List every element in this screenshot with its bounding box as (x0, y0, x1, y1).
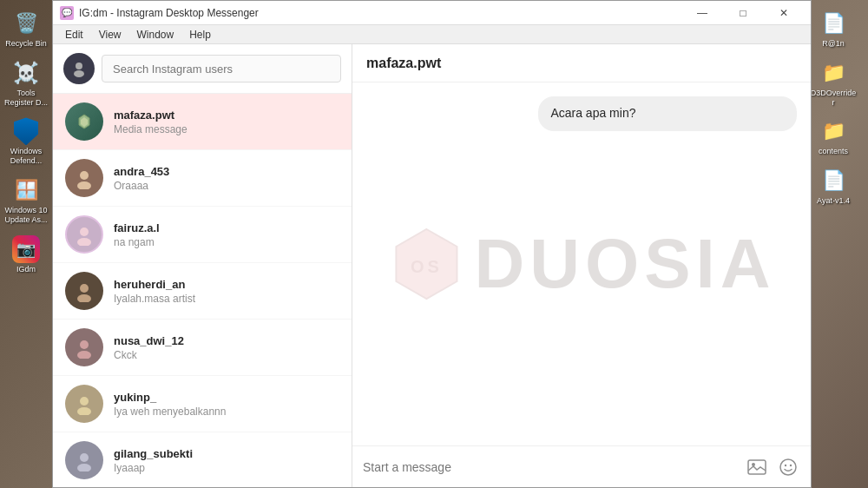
menu-edit[interactable]: Edit (58, 27, 90, 43)
svg-point-1 (74, 70, 84, 77)
close-button[interactable]: ✕ (764, 1, 804, 25)
image-attach-button[interactable] (745, 455, 769, 479)
conv-name-heru: heruherdi_an (114, 278, 339, 291)
defender-icon (10, 115, 42, 147)
tools-icon: ☠️ (10, 57, 42, 89)
emoji-button[interactable] (776, 455, 800, 479)
svg-marker-16 (396, 229, 457, 299)
igdm-label: IGdm (16, 265, 36, 274)
desktop-icons-left: 🗑️ Recycle Bin ☠️ Tools Register D... Wi… (0, 0, 52, 488)
svg-point-3 (77, 181, 91, 189)
conv-avatar-heru (65, 272, 103, 310)
conv-name-fairuz: fairuz.a.l (114, 221, 339, 234)
desktop-icon-r1n[interactable]: 📄 R@1n (808, 4, 858, 52)
conv-item-heru[interactable]: heruherdi_an Iyalah.masa artist (53, 263, 352, 320)
right-panel: mafaza.pwt OS DUOSIA Acara apa min? (352, 44, 811, 487)
defender-label: Windows Defend... (3, 147, 49, 166)
svg-point-13 (77, 464, 91, 472)
recycle-bin-icon: 🗑️ (10, 8, 42, 39)
svg-point-20 (780, 459, 796, 475)
svg-point-12 (80, 453, 89, 462)
svg-point-4 (80, 228, 89, 236)
recycle-bin-label: Recycle Bin (5, 39, 47, 49)
search-input[interactable] (102, 55, 341, 82)
main-content: mafaza.pwt Media message (53, 44, 811, 487)
conv-item-nusa[interactable]: nusa_dwi_12 Ckck (53, 320, 352, 376)
desktop-icon-recycle-bin[interactable]: 🗑️ Recycle Bin (1, 4, 51, 52)
contents-icon: 📁 (818, 115, 849, 147)
r1n-icon: 📄 (818, 8, 849, 39)
user-avatar (63, 53, 95, 84)
ayat-label: Ayat-v1.4 (817, 196, 850, 206)
svg-point-21 (785, 464, 786, 465)
app-window: 💬 IG:dm - Instagram Desktop Messenger — … (52, 0, 812, 488)
minimize-button[interactable]: — (682, 1, 722, 25)
message-input[interactable] (363, 460, 738, 474)
conv-info-mafaza: mafaza.pwt Media message (114, 109, 339, 135)
conv-item-andra[interactable]: andra_453 Oraaaa (53, 150, 352, 207)
conv-preview-fairuz: na ngam (114, 236, 339, 248)
svg-point-8 (80, 340, 89, 349)
menu-view[interactable]: View (92, 27, 128, 43)
conv-info-heru: heruherdi_an Iyalah.masa artist (114, 278, 339, 305)
svg-point-22 (790, 464, 792, 465)
conv-info-andra: andra_453 Oraaaa (114, 165, 339, 192)
desktop-icon-windows-update[interactable]: 🪟 Windows 10 Update As... (1, 171, 51, 228)
conv-name-yukin: yukinp_ (114, 391, 339, 404)
conv-preview-heru: Iyalah.masa artist (114, 293, 339, 305)
conv-info-yukin: yukinp_ Iya weh menyebalkannn (114, 391, 339, 418)
left-panel: mafaza.pwt Media message (53, 44, 352, 487)
conv-avatar-mafaza (65, 102, 103, 141)
conv-preview-yukin: Iya weh menyebalkannn (114, 406, 339, 418)
d3d-icon: 📁 (818, 57, 849, 89)
conv-item-yukin[interactable]: yukinp_ Iya weh menyebalkannn (53, 376, 352, 432)
desktop-icon-ayat[interactable]: 📄 Ayat-v1.4 (808, 162, 858, 209)
title-bar: 💬 IG:dm - Instagram Desktop Messenger — … (53, 1, 811, 25)
menu-help[interactable]: Help (182, 27, 218, 43)
tools-label: Tools Register D... (3, 89, 49, 108)
conv-info-fairuz: fairuz.a.l na ngam (114, 221, 339, 248)
conv-name-gilang: gilang_subekti (114, 447, 339, 460)
desktop-icon-igdm[interactable]: 📷 IGdm (1, 230, 51, 278)
conv-info-gilang: gilang_subekti Iyaaap (114, 447, 339, 474)
conversation-list: mafaza.pwt Media message (53, 94, 352, 487)
message-input-area (352, 445, 811, 487)
chat-title: mafaza.pwt (366, 56, 441, 71)
desktop-icon-contents[interactable]: 📁 contents (808, 112, 858, 160)
conv-item-fairuz[interactable]: fairuz.a.l na ngam (53, 207, 352, 263)
conv-item-gilang[interactable]: gilang_subekti Iyaaap (53, 432, 352, 487)
conv-name-nusa: nusa_dwi_12 (114, 334, 339, 347)
windows-update-label: Windows 10 Update As... (3, 206, 49, 225)
d3d-label: D3DOverrider (810, 89, 857, 108)
svg-point-6 (80, 284, 89, 293)
conv-preview-gilang: Iyaaap (114, 462, 339, 474)
svg-point-2 (80, 171, 89, 180)
menu-bar: Edit View Window Help (53, 25, 811, 44)
window-controls: — □ ✕ (682, 1, 804, 25)
conv-info-nusa: nusa_dwi_12 Ckck (114, 334, 339, 361)
svg-point-5 (77, 238, 91, 246)
conv-avatar-nusa (65, 328, 103, 366)
conv-name-mafaza: mafaza.pwt (114, 109, 339, 122)
igdm-icon: 📷 (10, 234, 42, 265)
watermark-text: DUOSIA (474, 224, 775, 304)
desktop-icon-tools[interactable]: ☠️ Tools Register D... (1, 54, 51, 111)
svg-point-0 (76, 63, 82, 69)
svg-rect-18 (748, 460, 766, 474)
maximize-button[interactable]: □ (723, 1, 763, 25)
conv-avatar-gilang (65, 441, 103, 479)
desktop-icon-defender[interactable]: Windows Defend... (1, 112, 51, 169)
message-bubble-sent: Acara apa min? (538, 96, 797, 131)
desktop-icon-d3d[interactable]: 📁 D3DOverrider (808, 54, 858, 111)
r1n-label: R@1n (822, 39, 845, 49)
conv-avatar-fairuz (65, 215, 103, 254)
svg-point-10 (80, 397, 89, 406)
search-container (53, 44, 352, 94)
conv-name-andra: andra_453 (114, 165, 339, 178)
menu-window[interactable]: Window (129, 27, 181, 43)
svg-point-9 (77, 351, 91, 359)
svg-point-11 (77, 407, 91, 415)
conv-item-mafaza[interactable]: mafaza.pwt Media message (53, 94, 352, 150)
contents-label: contents (819, 147, 848, 156)
svg-text:OS: OS (411, 257, 443, 276)
